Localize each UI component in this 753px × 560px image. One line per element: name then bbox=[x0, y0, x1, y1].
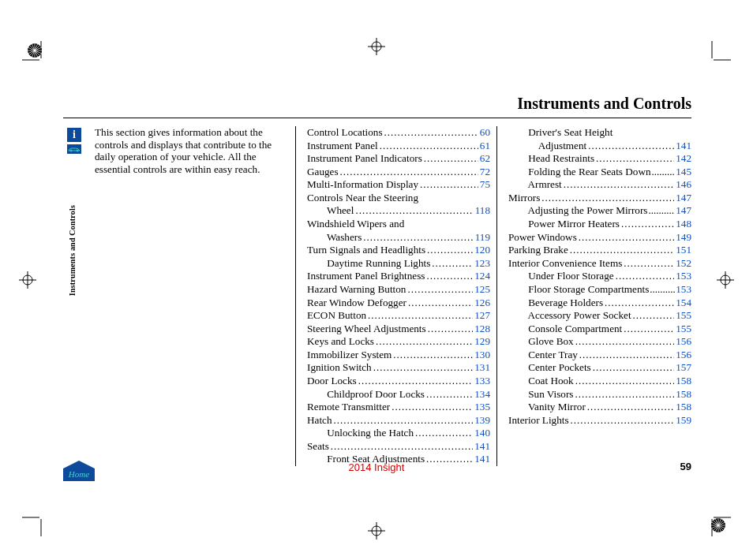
toc-entry[interactable]: Keys and Locks129 bbox=[307, 335, 490, 348]
toc-page-link[interactable]: 157 bbox=[676, 361, 691, 374]
toc-page-link[interactable]: 128 bbox=[474, 323, 490, 335]
toc-page-link[interactable]: 134 bbox=[474, 388, 490, 401]
toc-page-link[interactable]: 129 bbox=[474, 335, 490, 348]
toc-page-link[interactable]: 130 bbox=[474, 349, 490, 361]
toc-page-link[interactable]: 123 bbox=[474, 257, 490, 270]
toc-entry[interactable]: Instrument Panel Indicators62 bbox=[307, 152, 490, 165]
toc-page-link[interactable]: 119 bbox=[475, 231, 490, 244]
toc-entry[interactable]: Interior Convenience Items152 bbox=[508, 257, 691, 270]
toc-page-link[interactable]: 127 bbox=[474, 309, 490, 322]
toc-entry[interactable]: Door Locks133 bbox=[307, 375, 490, 387]
toc-entry[interactable]: Beverage Holders154 bbox=[508, 297, 691, 309]
toc-page-link[interactable]: 142 bbox=[676, 152, 691, 165]
toc-entry[interactable]: Hazard Warning Button125 bbox=[307, 283, 490, 296]
toc-page-link[interactable]: 153 bbox=[676, 270, 691, 282]
toc-entry[interactable]: Power Windows149 bbox=[508, 231, 691, 244]
toc-page-link[interactable]: 159 bbox=[676, 414, 691, 427]
toc-entry[interactable]: Ignition Switch131 bbox=[307, 361, 490, 374]
toc-entry[interactable]: Head Restraints142 bbox=[508, 152, 691, 165]
toc-entry[interactable]: Center Tray156 bbox=[508, 349, 691, 361]
toc-entry[interactable]: Under Floor Storage153 bbox=[508, 270, 691, 282]
toc-entry[interactable]: Seats141 bbox=[307, 440, 490, 453]
toc-page-link[interactable]: 155 bbox=[676, 323, 691, 335]
toc-page-link[interactable]: 154 bbox=[676, 297, 691, 309]
toc-page-link[interactable]: 149 bbox=[676, 231, 691, 244]
toc-entry[interactable]: Childproof Door Locks134 bbox=[307, 388, 490, 401]
toc-page-link[interactable]: 139 bbox=[474, 414, 490, 427]
toc-page-link[interactable]: 155 bbox=[676, 309, 691, 322]
toc-entry[interactable]: ECON Button127 bbox=[307, 309, 490, 322]
toc-entry[interactable]: Glove Box156 bbox=[508, 335, 691, 348]
toc-page-link[interactable]: 140 bbox=[474, 427, 490, 439]
toc-entry[interactable]: Sun Visors158 bbox=[508, 388, 691, 401]
toc-page-link[interactable]: 146 bbox=[676, 178, 691, 191]
toc-label: Power Mirror Heaters bbox=[508, 218, 620, 230]
toc-page-link[interactable]: 141 bbox=[676, 140, 691, 152]
toc-page-link[interactable]: 152 bbox=[676, 257, 691, 270]
toc-page-link[interactable]: 133 bbox=[474, 375, 490, 387]
toc-entry[interactable]: Coat Hook158 bbox=[508, 375, 691, 387]
toc-page-link[interactable]: 158 bbox=[676, 388, 691, 401]
toc-page-link[interactable]: 148 bbox=[676, 218, 691, 230]
toc-entry[interactable]: Daytime Running Lights123 bbox=[307, 257, 490, 270]
toc-entry[interactable]: Armrest146 bbox=[508, 178, 691, 191]
toc-entry[interactable]: Parking Brake151 bbox=[508, 244, 691, 256]
toc-page-link[interactable]: 147 bbox=[676, 204, 691, 217]
toc-page-link[interactable]: 72 bbox=[480, 166, 490, 178]
toc-page-link[interactable]: 156 bbox=[676, 349, 691, 361]
toc-page-link[interactable]: 124 bbox=[474, 270, 490, 282]
toc-page-link[interactable]: 158 bbox=[676, 401, 691, 413]
toc-label: Windshield Wipers and bbox=[307, 218, 404, 230]
toc-leader-dots bbox=[408, 297, 473, 308]
toc-entry[interactable]: Adjusting the Power Mirrors147 bbox=[508, 204, 691, 217]
toc-page-link[interactable]: 126 bbox=[474, 297, 490, 309]
toc-entry[interactable]: Accessory Power Socket155 bbox=[508, 309, 691, 322]
toc-entry[interactable]: Control Locations60 bbox=[307, 126, 490, 139]
toc-page-link[interactable]: 118 bbox=[475, 204, 490, 217]
toc-page-link[interactable]: 131 bbox=[474, 361, 490, 374]
registration-mark-left-icon bbox=[19, 271, 36, 289]
toc-page-link[interactable]: 75 bbox=[480, 178, 490, 191]
toc-entry[interactable]: Washers119 bbox=[307, 231, 490, 244]
toc-entry[interactable]: Mirrors147 bbox=[508, 192, 691, 204]
toc-page-link[interactable]: 156 bbox=[676, 335, 691, 348]
toc-entry[interactable]: Gauges72 bbox=[307, 166, 490, 178]
toc-entry[interactable]: Center Pockets157 bbox=[508, 361, 691, 374]
toc-entry[interactable]: Instrument Panel61 bbox=[307, 140, 490, 152]
toc-page-link[interactable]: 153 bbox=[676, 283, 691, 296]
toc-entry[interactable]: Steering Wheel Adjustments128 bbox=[307, 323, 490, 335]
toc-page-link[interactable]: 147 bbox=[676, 192, 691, 204]
toc-page-link[interactable]: 151 bbox=[676, 244, 691, 256]
toc-entry[interactable]: Unlocking the Hatch140 bbox=[307, 427, 490, 439]
car-icon[interactable] bbox=[67, 144, 81, 154]
toc-page-link[interactable]: 120 bbox=[474, 244, 490, 256]
toc-entry[interactable]: Floor Storage Compartments153 bbox=[508, 283, 691, 296]
toc-entry[interactable]: Power Mirror Heaters148 bbox=[508, 218, 691, 230]
toc-entry[interactable]: Remote Transmitter135 bbox=[307, 401, 490, 413]
info-icon[interactable]: i bbox=[67, 128, 81, 142]
toc-page-link[interactable]: 158 bbox=[676, 375, 691, 387]
toc-label: Hatch bbox=[307, 414, 332, 427]
toc-page-link[interactable]: 60 bbox=[480, 126, 490, 139]
toc-entry[interactable]: Wheel118 bbox=[307, 204, 490, 217]
toc-entry[interactable]: Interior Lights159 bbox=[508, 414, 691, 427]
toc-leader-dots bbox=[616, 270, 675, 282]
toc-page-link[interactable]: 125 bbox=[474, 283, 490, 296]
toc-page-link[interactable]: 141 bbox=[474, 453, 490, 465]
toc-label: Multi-Information Display bbox=[307, 178, 418, 191]
toc-entry[interactable]: Vanity Mirror158 bbox=[508, 401, 691, 413]
toc-entry[interactable]: Console Compartment155 bbox=[508, 323, 691, 335]
toc-page-link[interactable]: 62 bbox=[480, 152, 490, 165]
toc-entry[interactable]: Instrument Panel Brightness124 bbox=[307, 270, 490, 282]
toc-page-link[interactable]: 135 bbox=[474, 401, 490, 413]
toc-entry[interactable]: Multi-Information Display75 bbox=[307, 178, 490, 191]
toc-page-link[interactable]: 141 bbox=[474, 440, 490, 453]
toc-entry[interactable]: Immobilizer System130 bbox=[307, 349, 490, 361]
toc-page-link[interactable]: 145 bbox=[676, 166, 691, 178]
toc-entry[interactable]: Adjustment141 bbox=[508, 140, 691, 152]
toc-entry[interactable]: Turn Signals and Headlights120 bbox=[307, 244, 490, 256]
toc-entry[interactable]: Hatch139 bbox=[307, 414, 490, 427]
toc-entry[interactable]: Rear Window Defogger126 bbox=[307, 297, 490, 309]
toc-entry[interactable]: Folding the Rear Seats Down145 bbox=[508, 166, 691, 178]
toc-page-link[interactable]: 61 bbox=[480, 140, 490, 152]
